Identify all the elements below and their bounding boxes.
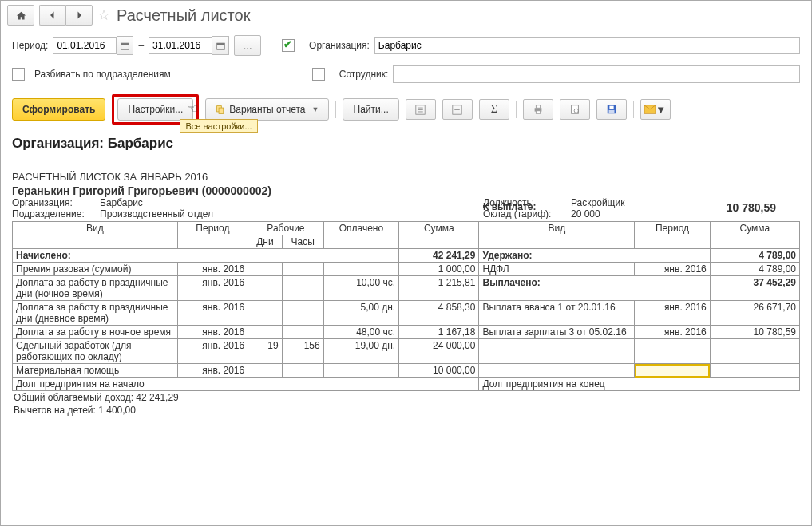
calendar-icon [216, 42, 225, 50]
report-org-header: Организация: Барбарис [12, 131, 800, 153]
period-label: Период: [12, 40, 48, 51]
period-dash: – [138, 40, 144, 51]
sum-button[interactable]: Σ [479, 99, 509, 120]
rate-v: 20 000 [571, 208, 600, 219]
th-days: Дни [248, 235, 283, 249]
printer-icon [533, 104, 544, 115]
foot-child-deductions: Вычетов на детей: 1 400,00 [12, 404, 800, 417]
accrued-label: Начислено: [13, 249, 399, 263]
calendar-icon [121, 42, 129, 50]
caret-down-icon: ▼ [656, 104, 666, 116]
preview-button[interactable] [560, 99, 590, 120]
report-variants-icon [216, 105, 226, 115]
th-period: Период [177, 222, 248, 249]
report-variants-button[interactable]: Варианты отчета ▼ [205, 98, 329, 121]
arrow-left-icon [48, 10, 57, 20]
org-filter-checkbox[interactable] [282, 39, 295, 52]
expand-tree-icon [415, 105, 426, 115]
home-icon [16, 10, 26, 21]
svg-rect-10 [536, 111, 540, 114]
paid-total: 37 452,29 [710, 276, 799, 301]
calendar-from-button[interactable] [117, 36, 133, 55]
paid-label: Выплачено: [479, 276, 710, 301]
page-title: Расчетный листок [117, 6, 250, 25]
th-sum2: Сумма [710, 222, 799, 249]
forward-button[interactable] [65, 5, 93, 26]
table-row: Доплата за работу в праздничные дни (ноч… [13, 276, 800, 301]
withheld-total: 4 789,00 [710, 249, 799, 263]
to-pay-amount: 10 780,59 [727, 201, 776, 214]
org-v: Барбарис [100, 197, 143, 208]
employee-input[interactable] [393, 65, 800, 83]
accrued-total: 42 241,29 [399, 249, 479, 263]
selected-cell[interactable] [635, 364, 710, 378]
favorite-star-icon[interactable]: ☆ [97, 6, 110, 24]
organization-label: Организация: [309, 40, 370, 51]
expand-groups-button[interactable] [406, 99, 436, 120]
find-button[interactable]: Найти... [343, 98, 398, 121]
svg-rect-3 [216, 43, 224, 45]
period-picker-button[interactable]: ... [234, 35, 261, 56]
report-title: РАСЧЕТНЫЙ ЛИСТОК ЗА ЯНВАРЬ 2016 [12, 171, 800, 183]
th-vid: Вид [13, 222, 178, 249]
position-v: Раскройщик [571, 197, 624, 208]
svg-rect-5 [219, 108, 224, 113]
collapse-tree-icon [452, 105, 462, 115]
table-row: Премия разовая (суммой) янв. 2016 1 000,… [13, 263, 800, 276]
split-by-dep-checkbox[interactable] [12, 68, 25, 81]
email-button[interactable]: ▼ [640, 99, 671, 120]
employee-label: Сотрудник: [339, 69, 389, 80]
svg-rect-9 [536, 105, 540, 109]
settings-button[interactable]: Настройки... [117, 98, 193, 121]
page-preview-icon [569, 104, 580, 115]
payslip-table: Вид Период Рабочие Оплачено Сумма Вид Пе… [12, 221, 800, 391]
period-to-input[interactable] [149, 37, 212, 54]
employee-name: Геранькин Григорий Григорьевич (00000000… [12, 184, 800, 197]
svg-rect-1 [121, 43, 129, 45]
floppy-icon [606, 104, 617, 115]
svg-rect-14 [609, 106, 613, 109]
th-vid2: Вид [479, 222, 635, 249]
dep-k: Подразделение: [12, 208, 100, 219]
org-k: Организация: [12, 197, 100, 208]
collapse-groups-button[interactable] [442, 99, 473, 120]
sigma-icon: Σ [491, 103, 497, 116]
organization-input[interactable] [374, 37, 800, 54]
table-row: Доплата за работу в ночное время янв. 20… [13, 326, 800, 339]
generate-button[interactable]: Сформировать [12, 98, 105, 121]
withheld-label: Удержано: [479, 249, 710, 263]
table-row: Доплата за работу в праздничные дни (дне… [13, 301, 800, 326]
th-work: Рабочие [248, 222, 323, 235]
period-from-input[interactable] [53, 37, 117, 54]
caret-down-icon: ▼ [312, 105, 319, 113]
debt-start: Долг предприятия на начало [13, 378, 479, 391]
svg-rect-15 [608, 110, 614, 113]
settings-highlight: Настройки... ☜ Все настройки... [112, 94, 199, 125]
position-k: Должность: [483, 197, 534, 208]
split-by-dep-label: Разбивать по подразделениям [34, 69, 171, 80]
home-button[interactable] [7, 5, 34, 26]
print-button[interactable] [523, 99, 553, 120]
th-hours: Часы [282, 235, 323, 249]
foot-taxable-income: Общий облагаемый доход: 42 241,29 [12, 391, 800, 404]
rate-k: Оклад (тариф): [483, 208, 551, 219]
table-row: Материальная помощь янв. 2016 10 000,00 [13, 364, 800, 378]
th-period2: Период [635, 222, 710, 249]
calendar-to-button[interactable] [212, 36, 229, 55]
table-row: Сдельный заработок (для работающих по ок… [13, 339, 800, 364]
settings-tooltip: Все настройки... [180, 119, 257, 133]
th-sum: Сумма [399, 222, 479, 249]
back-button[interactable] [39, 5, 65, 26]
dep-v: Производственный отдел [100, 208, 213, 219]
th-paid: Оплачено [323, 222, 398, 249]
save-button[interactable] [596, 99, 627, 120]
debt-end: Долг предприятия на конец [479, 378, 800, 391]
arrow-right-icon [74, 10, 84, 20]
envelope-icon [644, 105, 656, 114]
employee-filter-checkbox[interactable] [312, 68, 325, 81]
